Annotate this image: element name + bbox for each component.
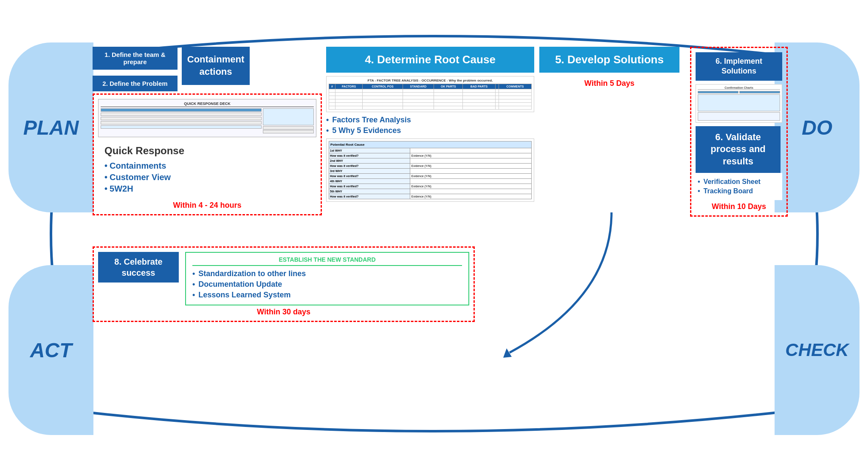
step8-label: 8. Celebrate success [114, 257, 162, 277]
why-table-thumbnail: Potential Root Cause 1st WHY How was it … [326, 138, 534, 202]
standard-title: ESTABLISH THE NEW STANDARD [192, 256, 462, 266]
step8-box: 8. Celebrate success [98, 252, 179, 283]
step6-validate-label: 6. Validate process and results [710, 132, 766, 167]
qr-item-2: •Customer View [104, 172, 310, 183]
implement-dashed-box: 6. Implement Solutions Confirmation Char… [690, 47, 788, 217]
step6-validate-box: 6. Validate process and results [696, 126, 781, 173]
act-label: ACT [30, 339, 72, 362]
within-5-days-label: Within 5 Days [539, 79, 679, 88]
document-thumbnail: QUICK RESPONSE DECK [98, 99, 316, 137]
validate-bullet1: Verification Sheet [698, 178, 780, 186]
root-cause-bullet1: Factors Tree Analysis [326, 116, 534, 124]
standard-bullet1: Standardization to other lines [192, 269, 462, 278]
step3-label: Containment actions [187, 54, 244, 78]
check-circle: CHECK [775, 265, 860, 435]
step6-implement-box: 6. Implement Solutions [696, 52, 782, 81]
qr-item-1: •Containments [104, 160, 310, 172]
within-4-24-label: Within 4 - 24 hours [98, 201, 316, 210]
check-label: CHECK [785, 340, 848, 360]
plan-label: PLAN [23, 116, 79, 139]
step4-box: 4. Determine Root Cause [326, 47, 534, 73]
qr-item-3: •5W2H [104, 183, 310, 195]
do-label: DO [802, 116, 832, 139]
step1-label: 1. Define the team & prepare [104, 51, 165, 65]
tracking-sheet-top: Confirmation Charts [696, 84, 782, 123]
develop-solutions-section: 5. Develop Solutions Within 5 Days [539, 47, 679, 88]
standard-bullet2: Documentation Update [192, 280, 462, 289]
act-circle: ACT [8, 265, 93, 435]
fta-thumbnail: FTA - FACTOR TREE ANALYSIS - OCCURRENCE … [326, 76, 534, 112]
main-container: PLAN DO ACT CHECK 1. Define the team & p… [0, 0, 868, 469]
containment-dashed-box: QUICK RESPONSE DECK [93, 93, 322, 215]
step3-box: Containment actions [182, 47, 250, 85]
step6-implement-label: 6. Implement Solutions [716, 57, 762, 75]
standard-bullet3: Lessons Learned System [192, 291, 462, 299]
within-10-days-label: Within 10 Days [696, 202, 782, 211]
qr-title: Quick Response [104, 145, 310, 157]
step5-label: 5. Develop Solutions [555, 53, 664, 66]
root-cause-section: 4. Determine Root Cause FTA - FACTOR TRE… [326, 47, 534, 202]
standard-box: ESTABLISH THE NEW STANDARD Standardizati… [185, 252, 469, 305]
bottom-section: 8. Celebrate success ESTABLISH THE NEW S… [93, 246, 475, 322]
step4-label: 4. Determine Root Cause [365, 53, 496, 66]
within-30-days-label: Within 30 days [98, 308, 469, 316]
plan-circle: PLAN [8, 42, 93, 212]
validate-content: Verification Sheet Tracking Board [696, 173, 782, 200]
svg-marker-4 [503, 348, 512, 358]
quick-response-content: Quick Response •Containments •Customer V… [98, 141, 316, 199]
step2-box: 2. Define the Problem [93, 76, 178, 91]
step5-box: 5. Develop Solutions [539, 47, 679, 73]
standardize-section: ESTABLISH THE NEW STANDARD Standardizati… [185, 252, 469, 305]
act-dashed-box: 8. Celebrate success ESTABLISH THE NEW S… [93, 246, 475, 322]
step2-label: 2. Define the Problem [102, 80, 167, 87]
implement-section: 6. Implement Solutions Confirmation Char… [690, 47, 788, 217]
top-left-section: 1. Define the team & prepare 2. Define t… [93, 47, 322, 215]
validate-bullet2: Tracking Board [698, 187, 780, 195]
step1-box: 1. Define the team & prepare [93, 47, 178, 70]
root-cause-bullet2: 5 Why 5 Evidences [326, 126, 534, 135]
